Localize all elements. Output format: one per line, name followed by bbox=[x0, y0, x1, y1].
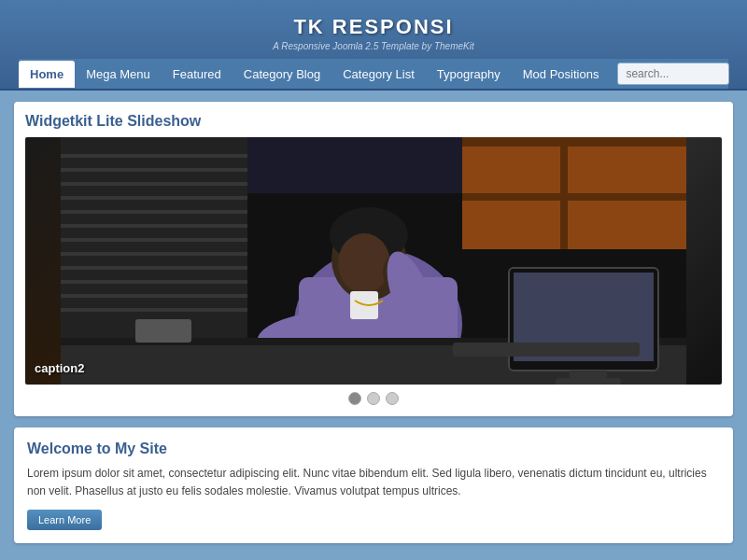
welcome-body-text: Lorem ipsum dolor sit amet, consectetur … bbox=[27, 465, 720, 500]
search-input[interactable] bbox=[617, 63, 729, 85]
nav-item-typography[interactable]: Typography bbox=[426, 61, 512, 88]
site-subtitle: A Responsive Joomla 2.5 Template by Them… bbox=[19, 41, 728, 51]
nav-item-home[interactable]: Home bbox=[19, 61, 75, 88]
site-title: TK RESPONSI bbox=[19, 15, 728, 39]
nav-item-mod-positions[interactable]: Mod Positions bbox=[512, 61, 611, 88]
svg-point-23 bbox=[338, 233, 390, 293]
slideshow-dot-1[interactable] bbox=[367, 392, 380, 405]
svg-rect-18 bbox=[247, 137, 462, 193]
nav-item-featured[interactable]: Featured bbox=[162, 61, 233, 88]
svg-rect-37 bbox=[135, 319, 191, 343]
svg-rect-34 bbox=[556, 378, 621, 385]
learn-more-button[interactable]: Learn More bbox=[27, 510, 102, 530]
slideshow-dot-2[interactable] bbox=[386, 392, 399, 405]
slideshow-image-bg: caption2 bbox=[25, 137, 722, 385]
site-title-area: TK RESPONSI A Responsive Joomla 2.5 Temp… bbox=[19, 9, 728, 59]
welcome-section: Welcome to My Site Lorem ipsum dolor sit… bbox=[14, 427, 733, 543]
svg-rect-15 bbox=[462, 137, 686, 147]
nav-item-mega-menu[interactable]: Mega Menu bbox=[75, 61, 162, 88]
main-content: Widgetkit Lite Slideshow bbox=[0, 91, 747, 553]
slideshow-svg bbox=[25, 137, 722, 385]
slideshow-dots bbox=[25, 392, 722, 405]
caption-overlay: caption2 bbox=[35, 361, 84, 375]
nav-items: HomeMega MenuFeaturedCategory BlogCatego… bbox=[19, 61, 610, 88]
nav-item-category-list[interactable]: Category List bbox=[331, 61, 426, 88]
slideshow-image[interactable]: caption2 bbox=[25, 137, 722, 385]
slideshow-widget: Widgetkit Lite Slideshow bbox=[14, 102, 733, 416]
svg-rect-16 bbox=[462, 193, 686, 201]
svg-rect-36 bbox=[453, 343, 640, 357]
site-header: TK RESPONSI A Responsive Joomla 2.5 Temp… bbox=[0, 0, 747, 91]
slideshow-title: Widgetkit Lite Slideshow bbox=[25, 113, 722, 130]
welcome-title: Welcome to My Site bbox=[27, 441, 720, 457]
navbar: HomeMega MenuFeaturedCategory BlogCatego… bbox=[19, 59, 728, 89]
search-box bbox=[617, 63, 729, 85]
slideshow-dot-0[interactable] bbox=[348, 392, 361, 405]
nav-item-category-blog[interactable]: Category Blog bbox=[233, 61, 331, 88]
svg-rect-17 bbox=[560, 137, 568, 249]
